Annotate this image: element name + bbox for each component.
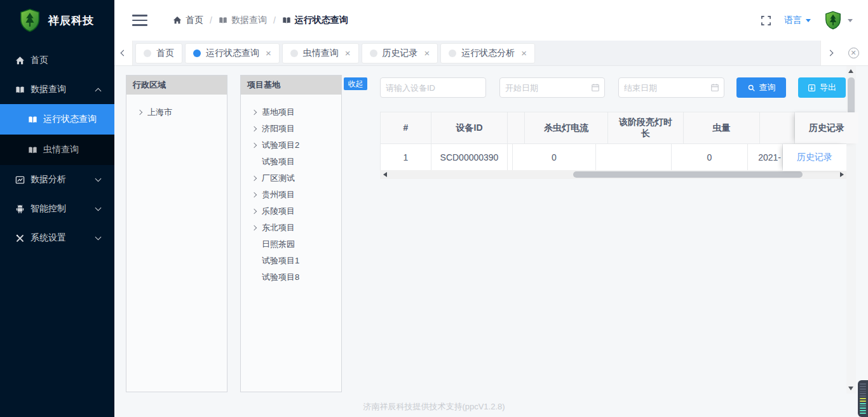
scroll-left-arrow-icon[interactable]: [383, 172, 387, 177]
book-icon: [28, 145, 37, 155]
book-icon: [28, 115, 37, 124]
column-label: 杀虫灯电流: [544, 122, 588, 134]
column-label: 历史记录: [809, 122, 844, 134]
tab-close-icon[interactable]: ×: [345, 48, 351, 58]
robot-icon: [15, 204, 25, 214]
tree-item[interactable]: 试验项目2: [246, 137, 336, 154]
book-icon: [282, 16, 291, 25]
tab[interactable]: 虫情查询×: [282, 43, 359, 63]
tree-item-label: 济阳项目: [262, 123, 295, 135]
breadcrumb-item[interactable]: 首页: [173, 15, 203, 26]
end-date-picker[interactable]: [618, 77, 724, 98]
device-id-input[interactable]: [380, 77, 486, 98]
top-header: 首页/数据查询/运行状态查询 语言: [114, 0, 868, 41]
tree-item[interactable]: 试验项目: [246, 154, 336, 170]
expand-arrow-icon[interactable]: [252, 225, 257, 230]
tree-item[interactable]: 试验项目8: [246, 269, 336, 286]
breadcrumb-separator: /: [210, 15, 212, 25]
breadcrumb-item[interactable]: 运行状态查询: [282, 15, 348, 26]
scroll-up-arrow-icon[interactable]: [848, 69, 853, 73]
sidebar-item-label: 运行状态查询: [43, 114, 97, 125]
scroll-right-arrow-icon[interactable]: [840, 172, 844, 177]
table-cell-action: 历史记录: [783, 144, 846, 171]
tree-item[interactable]: 东北项目: [246, 220, 336, 236]
tab[interactable]: 运行状态查询×: [185, 43, 280, 63]
expand-arrow-icon[interactable]: [252, 176, 257, 181]
expand-arrow-icon[interactable]: [252, 143, 257, 148]
breadcrumb-label: 首页: [186, 15, 203, 26]
sidebar-item-system-settings[interactable]: 系统设置: [0, 223, 114, 253]
breadcrumb-item[interactable]: 数据查询: [219, 15, 267, 26]
search-icon: [747, 84, 756, 92]
tab-close-icon[interactable]: ×: [521, 48, 527, 58]
language-label: 语言: [784, 15, 802, 26]
sidebar-item-label: 系统设置: [31, 232, 66, 244]
sidebar-item-label: 智能控制: [31, 203, 66, 215]
tree-item[interactable]: 日照茶园: [246, 236, 336, 253]
logo-row: 祥辰科技: [0, 0, 114, 41]
column-label: 设备ID: [456, 122, 483, 134]
tree-item-label: 试验项目8: [262, 272, 299, 283]
column-label: 该阶段亮灯时长: [616, 117, 675, 139]
tree-item[interactable]: 济阳项目: [246, 121, 336, 137]
sidebar-item-insect-query[interactable]: 虫情查询: [0, 135, 114, 165]
tab[interactable]: 历史记录×: [362, 43, 438, 63]
table-header: #设备ID杀虫灯电流该阶段亮灯时长虫量历史记录: [381, 112, 846, 144]
sidebar-item-data-analysis[interactable]: 数据分析: [0, 165, 114, 194]
expand-arrow-icon[interactable]: [252, 126, 257, 131]
tabs-scroll-right-button[interactable]: [820, 41, 839, 65]
header-right-controls: 语言: [761, 11, 853, 30]
history-link[interactable]: 历史记录: [797, 152, 832, 163]
tab-status-dot: [144, 50, 151, 57]
horizontal-scrollbar[interactable]: [380, 170, 847, 179]
tab-close-icon[interactable]: ×: [424, 48, 430, 58]
start-date-picker[interactable]: [499, 77, 605, 98]
tab-label: 历史记录: [383, 48, 418, 59]
tab[interactable]: 运行状态分析×: [440, 43, 535, 63]
query-button[interactable]: 查询: [736, 77, 786, 98]
tab-status-dot: [370, 50, 377, 57]
user-avatar-dropdown[interactable]: [824, 11, 853, 30]
region-panel: 行政区域 上海市: [126, 75, 227, 392]
sidebar-item-home[interactable]: 首页: [0, 46, 114, 75]
hamburger-menu-icon[interactable]: [132, 15, 147, 26]
table-cell: SCD00000390: [431, 144, 508, 171]
expand-arrow-icon[interactable]: [252, 192, 257, 197]
expand-arrow-icon[interactable]: [252, 209, 257, 214]
breadcrumb-label: 数据查询: [231, 15, 267, 26]
tree-item[interactable]: 试验项目1: [246, 253, 336, 269]
system-volume-indicator: [858, 380, 868, 417]
tree-item[interactable]: 贵州项目: [246, 187, 336, 203]
collapse-panels-button[interactable]: 收起: [344, 77, 367, 90]
horizontal-scrollbar-thumb[interactable]: [573, 171, 803, 178]
tree-item[interactable]: 乐陵项目: [246, 203, 336, 220]
fullscreen-icon[interactable]: [761, 15, 771, 26]
tab-close-icon[interactable]: ×: [266, 48, 271, 58]
indent-spacer: [252, 242, 256, 246]
expand-arrow-icon[interactable]: [137, 110, 142, 115]
sidebar-item-smart-control[interactable]: 智能控制: [0, 194, 114, 223]
tree-item[interactable]: 上海市: [132, 104, 222, 121]
table-cell: 1: [381, 144, 431, 171]
end-date-input[interactable]: [618, 77, 724, 98]
tree-item[interactable]: 厂区测试: [246, 170, 336, 187]
tabs-scroll-left-button[interactable]: [114, 41, 133, 65]
export-icon: [808, 84, 816, 92]
language-dropdown[interactable]: 语言: [784, 15, 811, 26]
sidebar-item-data-query[interactable]: 数据查询: [0, 75, 114, 104]
tab-label: 首页: [156, 48, 174, 59]
export-button-label: 导出: [820, 82, 836, 93]
tree-item[interactable]: 基地项目: [246, 104, 336, 121]
start-date-input[interactable]: [499, 77, 605, 98]
table-header-cell: 虫量: [684, 112, 760, 143]
scroll-down-arrow-icon[interactable]: [848, 387, 853, 390]
tab[interactable]: 首页: [135, 43, 182, 63]
close-all-tabs-icon[interactable]: ✕: [848, 48, 859, 58]
tree-item-label: 上海市: [147, 107, 172, 118]
brand-shield-logo-icon: [18, 8, 42, 32]
tree-item-label: 厂区测试: [262, 173, 295, 184]
expand-arrow-icon[interactable]: [252, 110, 257, 115]
tab-status-dot: [290, 50, 298, 57]
export-button[interactable]: 导出: [798, 77, 846, 98]
sidebar-item-run-status-query[interactable]: 运行状态查询: [0, 104, 114, 135]
